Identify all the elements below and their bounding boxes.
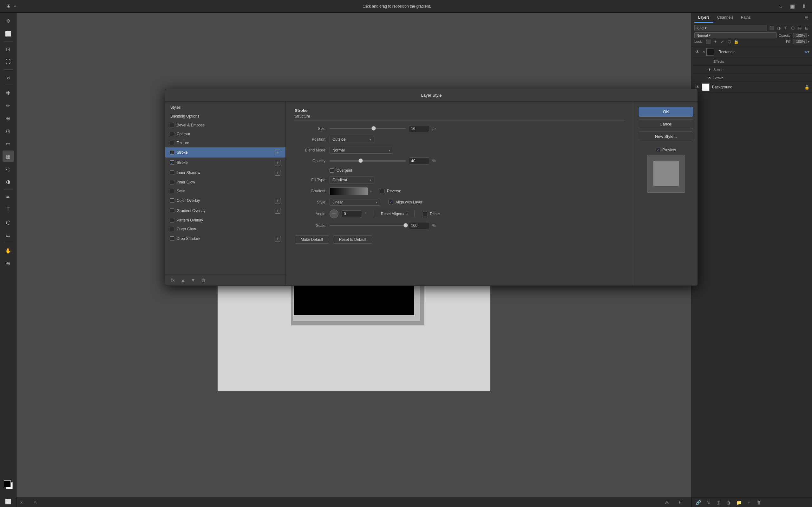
lock-all-icon[interactable]: 🔒 xyxy=(733,38,740,45)
satin-item[interactable]: Satin xyxy=(165,187,286,195)
stroke-blend-mode-dropdown[interactable]: Normal xyxy=(329,147,393,154)
tab-layers[interactable]: Layers xyxy=(694,13,713,23)
inner-shadow-item[interactable]: Inner Shadow + xyxy=(165,168,286,178)
drop-shadow-item[interactable]: Drop Shadow + xyxy=(165,233,286,244)
reset-alignment-btn[interactable]: Reset Alignment xyxy=(375,210,415,218)
scale-input[interactable] xyxy=(409,222,429,229)
artboard-tool[interactable]: ⬜ xyxy=(3,28,14,39)
outer-glow-checkbox[interactable] xyxy=(170,227,174,231)
filter-icon-extra[interactable]: ⊞ xyxy=(804,25,809,31)
stroke-item-2[interactable]: Stroke + xyxy=(165,158,286,168)
layer-link-icon[interactable]: 🔗 xyxy=(694,499,702,506)
history-tool[interactable]: ◷ xyxy=(3,125,14,136)
zoom-tool[interactable]: ⊕ xyxy=(3,258,14,269)
search-icon[interactable]: ⌕ xyxy=(776,2,785,11)
size-slider-thumb[interactable] xyxy=(371,126,376,130)
color-overlay-add-btn[interactable]: + xyxy=(275,198,281,204)
angle-dial[interactable] xyxy=(329,210,339,218)
cancel-button[interactable]: Cancel xyxy=(639,119,693,129)
lock-pixel-icon[interactable]: ⬛ xyxy=(705,38,711,45)
screen-mode-btn[interactable]: ⬜ xyxy=(3,496,14,507)
styles-heading[interactable]: Styles xyxy=(165,103,286,112)
rectangle-expand[interactable]: ▾ xyxy=(808,50,809,54)
pattern-overlay-checkbox[interactable] xyxy=(170,218,174,222)
move-tool[interactable]: ✥ xyxy=(3,15,14,26)
select-tool[interactable]: ⊡ xyxy=(3,43,14,55)
scale-slider-thumb[interactable] xyxy=(403,223,408,228)
effects-visibility[interactable] xyxy=(707,59,712,64)
brush-tool[interactable]: ✏ xyxy=(3,100,14,111)
pen-tool[interactable]: ✒ xyxy=(3,191,14,203)
shape-tool[interactable]: ▭ xyxy=(3,229,14,241)
fill-type-dropdown[interactable]: Gradient xyxy=(329,176,374,183)
shape-filter-icon[interactable]: ⬡ xyxy=(790,25,796,31)
move-down-btn[interactable]: ▼ xyxy=(189,276,197,284)
make-default-btn[interactable]: Make Default xyxy=(295,235,329,244)
contour-checkbox[interactable] xyxy=(170,132,174,136)
outer-glow-item[interactable]: Outer Glow xyxy=(165,225,286,233)
blur-tool[interactable]: ◌ xyxy=(3,163,14,175)
share-icon[interactable]: ⬆ xyxy=(799,2,808,11)
reverse-checkbox[interactable] xyxy=(380,189,385,193)
drop-shadow-add-btn[interactable]: + xyxy=(275,236,281,241)
stroke1-checkbox[interactable] xyxy=(170,150,174,155)
opacity-slider-track[interactable] xyxy=(329,160,406,162)
scale-slider-track[interactable] xyxy=(329,225,406,226)
texture-checkbox[interactable] xyxy=(170,141,174,145)
tab-channels[interactable]: Channels xyxy=(713,13,737,23)
fill-value[interactable]: 100% xyxy=(793,39,807,44)
size-input[interactable] xyxy=(409,125,429,132)
eraser-tool[interactable]: ▭ xyxy=(3,138,14,149)
fill-chevron[interactable] xyxy=(808,40,809,43)
lock-artboard-icon[interactable]: ⬡ xyxy=(726,38,732,45)
type-tool[interactable]: T xyxy=(3,204,14,216)
angle-input[interactable] xyxy=(342,210,362,217)
contour-item[interactable]: Contour xyxy=(165,130,286,138)
crop-tool[interactable]: ⛶ xyxy=(3,56,14,67)
layer-delete-btn[interactable]: 🗑 xyxy=(755,499,763,506)
sub-stroke-1[interactable]: 👁 Stroke xyxy=(692,66,812,74)
bevel-emboss-checkbox[interactable] xyxy=(170,123,174,127)
fx-icon-btn[interactable]: fx xyxy=(169,276,177,284)
reset-to-default-btn[interactable]: Reset to Default xyxy=(333,235,372,244)
panel-menu-icon[interactable]: ☰ xyxy=(803,15,809,20)
opacity-value[interactable]: 100% xyxy=(793,33,807,38)
stroke-item-1[interactable]: Stroke + xyxy=(165,147,286,158)
gradient-swatch[interactable] xyxy=(329,187,368,195)
stroke2-visibility[interactable]: 👁 xyxy=(707,75,712,80)
layer-rectangle[interactable]: 👁 Rectangle fx ▾ xyxy=(692,47,812,57)
inner-shadow-add-btn[interactable]: + xyxy=(275,170,281,176)
inner-shadow-checkbox[interactable] xyxy=(170,170,174,175)
texture-item[interactable]: Texture xyxy=(165,138,286,147)
tab-paths[interactable]: Paths xyxy=(737,13,755,23)
gradient-tool[interactable]: ▦ xyxy=(3,151,14,162)
opacity-chevron[interactable] xyxy=(808,34,809,37)
opacity-slider-thumb[interactable] xyxy=(358,158,363,163)
lock-position-icon[interactable]: ⤢ xyxy=(719,38,725,45)
gradient-overlay-checkbox[interactable] xyxy=(170,209,174,213)
align-checkbox[interactable] xyxy=(389,200,393,205)
inner-glow-item[interactable]: Inner Glow xyxy=(165,178,286,187)
color-overlay-checkbox[interactable] xyxy=(170,199,174,203)
clone-tool[interactable]: ⊕ xyxy=(3,112,14,124)
satin-checkbox[interactable] xyxy=(170,189,174,193)
bevel-emboss-item[interactable]: Bevel & Emboss xyxy=(165,121,286,130)
tool-dropdown-arrow[interactable]: ▾ xyxy=(14,4,16,9)
dialog-title-bar[interactable]: Layer Style xyxy=(165,89,698,102)
pixel-filter-icon[interactable]: ⬛ xyxy=(769,25,774,31)
gradient-overlay-item[interactable]: Gradient Overlay + xyxy=(165,206,286,216)
rectangle-fx-icon[interactable]: fx xyxy=(805,50,808,54)
arrange-icon[interactable]: ▣ xyxy=(788,2,797,11)
sub-stroke-2[interactable]: 👁 Stroke xyxy=(692,74,812,82)
layer-background[interactable]: 👁 Background 🔒 xyxy=(692,82,812,93)
sub-effects-group[interactable]: Effects xyxy=(692,57,812,66)
layer-new-btn[interactable]: + xyxy=(745,499,753,506)
dither-checkbox[interactable] xyxy=(423,212,427,216)
move-up-btn[interactable]: ▲ xyxy=(179,276,187,284)
overprint-checkbox[interactable] xyxy=(329,168,334,173)
delete-style-btn[interactable]: 🗑 xyxy=(200,276,207,284)
inner-glow-checkbox[interactable] xyxy=(170,180,174,184)
size-slider-track[interactable] xyxy=(329,128,406,129)
stroke2-checkbox[interactable] xyxy=(170,160,174,165)
blend-mode-dropdown[interactable]: Normal xyxy=(694,32,777,38)
